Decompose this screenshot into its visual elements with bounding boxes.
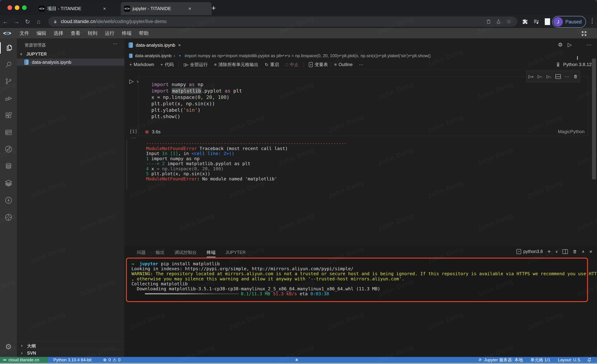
maximize-panel-icon[interactable]: ∧: [582, 249, 585, 254]
mac-zoom-button[interactable]: [22, 5, 27, 10]
back-icon[interactable]: ←: [0, 18, 11, 25]
section-chevron-icon[interactable]: ∨: [20, 52, 23, 56]
remote-indicator[interactable]: >< cloud.titanide.cn: [0, 357, 48, 363]
clipboard-icon[interactable]: [486, 19, 491, 24]
activity-layers-icon[interactable]: [0, 178, 17, 189]
svn-chevron-icon[interactable]: ›: [21, 350, 23, 356]
mac-minimize-button[interactable]: [15, 5, 19, 10]
mac-close-button[interactable]: [8, 5, 12, 10]
activity-explorer-icon[interactable]: [0, 42, 18, 54]
playlist-icon[interactable]: [533, 19, 539, 25]
python-interpreter[interactable]: Python 3.10.4 64-bit: [53, 357, 92, 363]
reload-icon[interactable]: ↻: [22, 18, 33, 25]
menu-edit[interactable]: 编辑: [33, 30, 50, 36]
forward-icon[interactable]: →: [11, 18, 22, 25]
cell-position[interactable]: 单元格 1/1: [530, 357, 550, 363]
language-mode[interactable]: MagicPython: [542, 129, 585, 134]
activity-preview-icon[interactable]: [0, 127, 17, 138]
activity-remote-explorer-icon[interactable]: [0, 212, 17, 223]
terminal-output[interactable]: → jupyter pip install matplotlibLooking …: [132, 261, 597, 296]
outline-chevron-icon[interactable]: ›: [21, 343, 23, 348]
run-cell-icon[interactable]: ▷: [129, 78, 134, 85]
share-icon[interactable]: [496, 19, 501, 24]
tab-close-icon[interactable]: ×: [188, 6, 191, 12]
sidebar-section-svn[interactable]: SVN: [27, 350, 36, 356]
run-below-icon[interactable]: ▷↓: [547, 74, 551, 79]
sidebar-section-jupyter[interactable]: JUPYTER: [26, 52, 47, 57]
run-all-button[interactable]: ▷▷全部运行: [181, 61, 210, 69]
problems-status[interactable]: ⊗ 0 ⚠ 0: [103, 357, 120, 363]
breadcrumb-code[interactable]: import numpy as np↵import matplotlib.pyp…: [185, 53, 431, 58]
activity-gitlens-icon[interactable]: [0, 143, 17, 155]
browser-menu-icon[interactable]: ⋮: [589, 17, 595, 24]
menu-goto[interactable]: 转到: [84, 30, 101, 36]
terminal-dropdown-icon[interactable]: ∨: [555, 249, 558, 254]
activity-extensions-icon[interactable]: [0, 110, 17, 121]
fullscreen-icon[interactable]: [581, 30, 587, 37]
menu-help[interactable]: 帮助: [135, 30, 152, 36]
menu-file[interactable]: 文件: [16, 30, 33, 36]
restart-button[interactable]: ↻重启: [262, 61, 282, 69]
file-row-selected[interactable]: data-analysis.ipynb: [17, 59, 124, 66]
jupyter-server-status[interactable]: Jupyter 服务器: 本地: [478, 357, 523, 363]
breadcrumb-file[interactable]: data-analysis.ipynb: [135, 53, 172, 58]
toolbar-more-icon[interactable]: ···: [357, 61, 366, 69]
bookmark-star-icon[interactable]: ☆: [506, 18, 511, 25]
tab-output[interactable]: 输出: [151, 246, 170, 259]
activity-source-control-icon[interactable]: [0, 76, 17, 87]
sidebar-section-outline[interactable]: 大纲: [27, 343, 36, 349]
terminal-picker[interactable]: > python3.8: [517, 249, 543, 254]
clear-outputs-button[interactable]: ≡清除所有单元格输出: [212, 61, 261, 69]
output-collapse-icon[interactable]: ···: [131, 135, 136, 140]
menu-view[interactable]: 查看: [67, 30, 84, 36]
editor-tab-notebook[interactable]: data-analysis.ipynb ×: [124, 38, 597, 52]
notifications-bell-icon[interactable]: [587, 357, 592, 363]
tab-jupyter[interactable]: JUPYTER: [220, 246, 251, 259]
url-bar[interactable]: cloud.titanide.cn/ide/web/coding/jupyter…: [48, 16, 517, 27]
tab-close-icon[interactable]: ×: [103, 6, 106, 12]
breadcrumb[interactable]: data-analysis.ipynb › 🔹 import numpy as …: [124, 52, 597, 60]
kill-terminal-icon[interactable]: [573, 249, 577, 254]
new-tab-button[interactable]: +: [212, 4, 216, 12]
run-icon[interactable]: ▷: [568, 42, 572, 48]
add-code-button[interactable]: +代码: [158, 61, 176, 69]
browser-tab-jupyter[interactable]: <t> jupyter - TITANIDE ×: [121, 2, 212, 15]
menu-terminal[interactable]: 终端: [118, 30, 135, 36]
kernel-picker[interactable]: Python 3.8.12: [555, 62, 592, 67]
extensions-puzzle-icon[interactable]: [522, 19, 528, 25]
restore-panel-chevrons[interactable]: «: [296, 357, 299, 363]
keyboard-layout[interactable]: Layout: U.S.: [558, 357, 581, 363]
close-panel-icon[interactable]: ×: [589, 248, 592, 255]
editor-more-icon[interactable]: ···: [586, 42, 592, 47]
run-above-icon[interactable]: ▷↑: [538, 74, 542, 79]
activity-thunder-icon[interactable]: [0, 195, 17, 206]
activity-search-icon[interactable]: [0, 59, 17, 70]
new-terminal-icon[interactable]: +: [547, 248, 551, 255]
menu-selection[interactable]: 选择: [50, 30, 67, 36]
tab-problems[interactable]: 问题: [132, 246, 151, 259]
run-by-line-icon[interactable]: ▷≡: [528, 74, 534, 79]
tab-terminal[interactable]: 终端: [202, 246, 220, 259]
variables-button[interactable]: x变量表: [306, 61, 330, 69]
editor-scrollbar[interactable]: [592, 59, 596, 179]
browser-tab-project[interactable]: <t> 项目 - TITANIDE ×: [36, 2, 126, 15]
cell-more-icon[interactable]: ···: [565, 74, 569, 79]
interrupt-button[interactable]: □中止: [283, 61, 301, 69]
add-markdown-button[interactable]: +Markdown: [127, 61, 157, 69]
home-icon[interactable]: ⌂: [33, 18, 44, 25]
cell-code[interactable]: import numpy as npimport matplotlib.pypl…: [151, 81, 242, 120]
manage-gear-icon[interactable]: ⚙: [0, 341, 17, 352]
outline-button[interactable]: ≡Outline: [332, 61, 355, 69]
profile-chip[interactable]: J Paused: [552, 16, 586, 28]
settings-gear-icon[interactable]: ⚙: [558, 42, 563, 48]
activity-run-debug-icon[interactable]: [0, 93, 17, 104]
delete-cell-icon[interactable]: [573, 74, 578, 79]
sidebar-more-icon[interactable]: ···: [113, 41, 118, 46]
split-cell-icon[interactable]: [555, 74, 561, 79]
menu-run[interactable]: 运行: [101, 30, 118, 36]
output-gutter-bar[interactable]: [126, 139, 127, 189]
side-panel-icon[interactable]: [545, 18, 550, 25]
tab-close-icon[interactable]: ×: [178, 42, 181, 48]
tab-debug-console[interactable]: 调试控制台: [170, 246, 202, 259]
activity-database-icon[interactable]: [0, 161, 17, 172]
